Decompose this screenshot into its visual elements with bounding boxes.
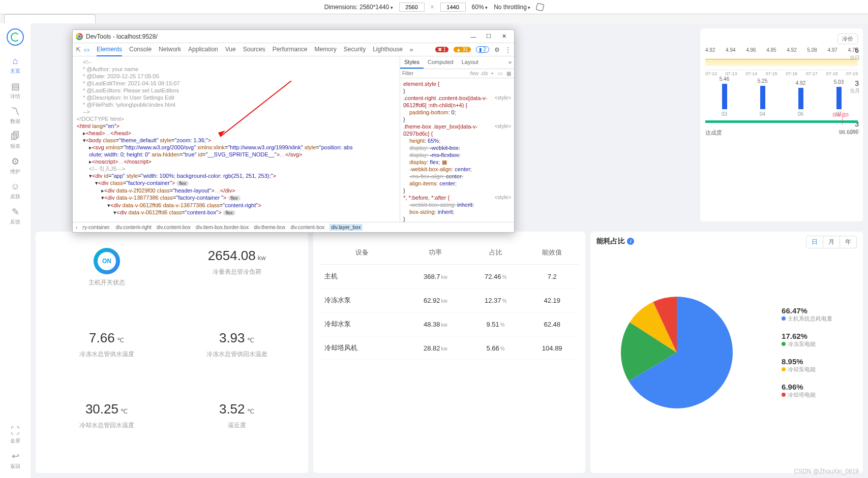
sidebar-item-0[interactable]: ⌂主页 bbox=[5, 53, 25, 78]
kebab-icon[interactable]: ⋮ bbox=[505, 46, 511, 53]
styles-tab[interactable]: Layout bbox=[458, 56, 483, 69]
throttle-dropdown[interactable]: No throttling bbox=[494, 4, 530, 11]
legend-item: 8.95%冷却泵电能 bbox=[782, 357, 832, 373]
devtools-tab[interactable]: Elements bbox=[97, 43, 122, 56]
sidebar-item-label: 返回 bbox=[10, 463, 20, 469]
pie-title: 能耗占比i bbox=[596, 237, 634, 246]
metric-2: 7.66℃冷冻水总管供水温度 bbox=[42, 324, 172, 396]
line-xlabel: 07-18 bbox=[826, 71, 837, 76]
hov-cls-toggle[interactable]: :hov .cls bbox=[469, 71, 488, 76]
height-input[interactable] bbox=[440, 3, 466, 12]
devtools-tab[interactable]: Application bbox=[188, 43, 218, 56]
close-button[interactable]: ✕ bbox=[497, 31, 511, 42]
maximize-button[interactable]: ☐ bbox=[482, 31, 496, 42]
rotate-icon[interactable] bbox=[536, 3, 545, 11]
metric-unit: kw bbox=[258, 254, 266, 262]
period-tab[interactable]: 月 bbox=[823, 236, 840, 248]
devtools-tab[interactable]: Console bbox=[129, 43, 152, 56]
period-value-1: 6 bbox=[855, 46, 859, 54]
devtools-tab[interactable]: Network bbox=[159, 43, 181, 56]
bar-column: 5.4603 bbox=[720, 76, 729, 117]
settings-icon[interactable]: ⚙ bbox=[494, 46, 500, 53]
sidebar-icon: ✎ bbox=[5, 206, 25, 217]
legend-item: 66.47%主机系统总耗电量 bbox=[782, 306, 832, 323]
breadcrumb-item[interactable]: div.theme-box bbox=[254, 225, 285, 230]
width-input[interactable] bbox=[399, 3, 425, 12]
breadcrumb-item[interactable]: div.layer_box bbox=[330, 224, 362, 231]
breadcrumb-item[interactable]: div.content-box bbox=[157, 225, 191, 230]
main-content: 冷价 6 当日 4.924.944.964.854.925.084.974.75… bbox=[31, 23, 868, 478]
zoom-dropdown[interactable]: 60% bbox=[472, 4, 488, 11]
sidebar-icon: ☺ bbox=[5, 181, 25, 192]
sidebar-bottom-1[interactable]: ↩返回 bbox=[5, 448, 25, 473]
devtools-tab[interactable]: Memory bbox=[314, 43, 336, 56]
period-tab[interactable]: 日 bbox=[806, 236, 823, 248]
sidebar-bottom-0[interactable]: ⛶全屏 bbox=[5, 423, 25, 448]
sidebar-item-label: 维护 bbox=[10, 169, 20, 174]
sidebar-icon: ⌂ bbox=[5, 56, 25, 67]
period-tab[interactable]: 年 bbox=[840, 236, 856, 248]
devtools-tab[interactable]: Security bbox=[344, 43, 366, 56]
period-segmented[interactable]: 日月年 bbox=[806, 236, 857, 248]
bar-column: 4.9206 bbox=[796, 80, 805, 117]
period-value-2: 3 bbox=[855, 79, 859, 87]
sidebar: ⌂主页▤详情〽数据🗐报表⚙维护☺皮肤✎反馈 ⛶全屏↩返回 bbox=[0, 23, 31, 478]
price-toggle[interactable]: 冷价 bbox=[837, 34, 858, 44]
metric-value: 3.93 bbox=[219, 330, 245, 345]
sidebar-item-4[interactable]: ⚙维护 bbox=[5, 153, 25, 178]
styles-filter-input[interactable] bbox=[402, 71, 467, 76]
sidebar-item-1[interactable]: ▤详情 bbox=[5, 78, 25, 103]
layout-icon[interactable]: ▦ bbox=[505, 70, 512, 77]
styles-rules[interactable]: element.style {}<style>.content-right .c… bbox=[400, 78, 514, 222]
legend-dot bbox=[782, 367, 786, 371]
more-icon[interactable]: » bbox=[506, 56, 514, 69]
browser-tab[interactable] bbox=[4, 14, 96, 23]
device-icon[interactable]: ▭ bbox=[84, 46, 89, 53]
metric-label: 逼近度 bbox=[172, 421, 302, 430]
add-rule-icon[interactable]: + bbox=[490, 70, 495, 77]
on-badge: ON bbox=[94, 248, 120, 274]
metrics-card: ON主机开关状态2654.08kw冷量表总管冷负荷7.66℃冷冻水总管供水温度3… bbox=[36, 232, 308, 473]
more-tabs-icon[interactable]: » bbox=[410, 46, 413, 53]
legend-item: 6.96%冷却塔电能 bbox=[782, 383, 832, 399]
breadcrumb-item[interactable]: ry-container. bbox=[82, 225, 110, 230]
legend-dot bbox=[782, 316, 786, 321]
styles-tab[interactable]: Styles bbox=[400, 56, 424, 69]
dimensions-dropdown[interactable]: Dimensions: 2560*1440 bbox=[324, 4, 393, 11]
period-label-2: 当月 bbox=[850, 87, 860, 94]
minimize-button[interactable]: — bbox=[466, 31, 481, 42]
line-xlabel: 07-13 bbox=[726, 71, 737, 76]
info-icon[interactable]: i bbox=[627, 238, 634, 245]
legend-dot bbox=[782, 342, 786, 346]
elements-panel[interactable]: <!-- * @Author: your name * @Date: 2020-… bbox=[73, 56, 400, 222]
devtools-window[interactable]: DevTools - localhost:9528/ — ☐ ✕ ⇱▭ Elem… bbox=[72, 29, 515, 233]
legend-item: 17.62%冷冻泵电能 bbox=[782, 332, 832, 348]
sidebar-item-2[interactable]: 〽数据 bbox=[5, 103, 25, 128]
sidebar-icon: ↩ bbox=[5, 451, 25, 462]
info-count[interactable]: ▮ 2 bbox=[476, 46, 489, 53]
breadcrumb-item[interactable]: div.item-box.border-box bbox=[196, 225, 249, 230]
devtools-tab[interactable]: Sources bbox=[243, 43, 265, 56]
inspect-icon[interactable]: ⇱ bbox=[76, 46, 81, 53]
devtools-tab[interactable]: Vue bbox=[225, 43, 236, 56]
sidebar-item-6[interactable]: ✎反馈 bbox=[5, 203, 25, 229]
devtools-tab[interactable]: Performance bbox=[273, 43, 308, 56]
breadcrumb[interactable]: ‹ry-container.div.content-rightdiv.conte… bbox=[73, 222, 514, 232]
device-mode-icon[interactable]: ▭ bbox=[497, 70, 503, 77]
devtools-tabs: ⇱▭ ElementsConsoleNetworkApplicationVueS… bbox=[73, 43, 514, 56]
devtools-titlebar[interactable]: DevTools - localhost:9528/ — ☐ ✕ bbox=[73, 30, 514, 43]
line-value: 4.92 bbox=[705, 47, 715, 53]
breadcrumb-item[interactable]: div.content-box bbox=[290, 225, 324, 230]
watermark: CSDN @ZhouXin_0819 bbox=[794, 468, 859, 475]
sidebar-item-label: 报表 bbox=[10, 143, 20, 149]
metric-label: 冷冻水总管供回水温差 bbox=[172, 350, 302, 359]
warning-count[interactable]: ▲ 31 bbox=[454, 47, 471, 52]
breadcrumb-item[interactable]: div.content-right bbox=[115, 225, 151, 230]
error-count[interactable]: ✖ 1 bbox=[435, 47, 448, 52]
devtools-tab[interactable]: Lighthouse bbox=[373, 43, 403, 56]
sidebar-item-5[interactable]: ☺皮肤 bbox=[5, 178, 25, 203]
styles-tab[interactable]: Computed bbox=[424, 56, 458, 69]
sidebar-item-3[interactable]: 🗐报表 bbox=[5, 128, 25, 153]
metric-unit: ℃ bbox=[121, 407, 128, 415]
sidebar-icon: ⛶ bbox=[5, 426, 25, 436]
